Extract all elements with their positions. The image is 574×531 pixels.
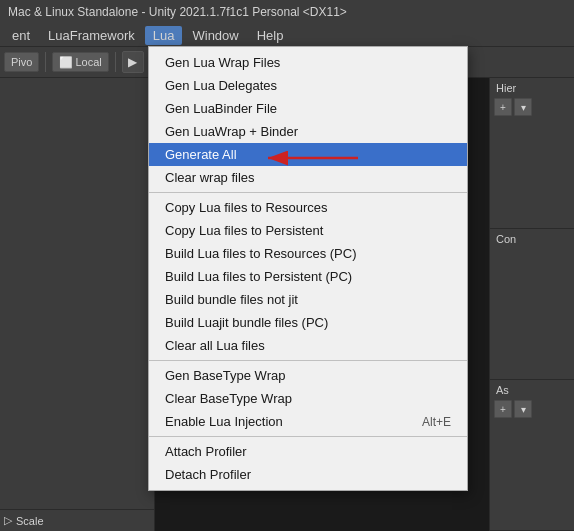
assets-controls: + ▾: [492, 398, 572, 420]
dropdown-item-17[interactable]: Detach Profiler: [149, 463, 467, 486]
dropdown-item-label-15: Enable Lua Injection: [165, 414, 283, 429]
dropdown-item-3[interactable]: Gen LuaWrap + Binder: [149, 120, 467, 143]
dropdown-item-label-4: Generate All: [165, 147, 237, 162]
dropdown-item-9[interactable]: Build Lua files to Persistent (PC): [149, 265, 467, 288]
scale-label: ▷: [4, 514, 12, 527]
lua-dropdown: Gen Lua Wrap FilesGen Lua DelegatesGen L…: [148, 46, 468, 491]
dropdown-item-label-3: Gen LuaWrap + Binder: [165, 124, 298, 139]
title-text: Mac & Linux Standalone - Unity 2021.1.7f…: [8, 5, 347, 19]
menu-item-luaframework[interactable]: LuaFramework: [40, 26, 143, 45]
pivot-label: Pivo: [11, 56, 32, 68]
scale-text: Scale: [16, 515, 44, 527]
dropdown-item-label-7: Copy Lua files to Persistent: [165, 223, 323, 238]
assets-label: As: [496, 384, 509, 396]
dropdown-item-label-0: Gen Lua Wrap Files: [165, 55, 280, 70]
dropdown-item-5[interactable]: Clear wrap files: [149, 166, 467, 189]
dropdown-item-1[interactable]: Gen Lua Delegates: [149, 74, 467, 97]
cube-icon: ⬜: [59, 56, 73, 69]
hierarchy-add-button[interactable]: +: [494, 98, 512, 116]
console-label: Con: [496, 233, 516, 245]
menu-item-window[interactable]: Window: [184, 26, 246, 45]
dropdown-item-label-14: Clear BaseType Wrap: [165, 391, 292, 406]
menu-item-lua[interactable]: Lua: [145, 26, 183, 45]
assets-menu-button[interactable]: ▾: [514, 400, 532, 418]
console-panel: Con: [490, 229, 574, 380]
play-icon: ▶: [128, 55, 137, 69]
scale-bar: ▷ Scale: [0, 509, 154, 531]
dropdown-item-6[interactable]: Copy Lua files to Resources: [149, 196, 467, 219]
dropdown-item-label-12: Clear all Lua files: [165, 338, 265, 353]
title-bar: Mac & Linux Standalone - Unity 2021.1.7f…: [0, 0, 574, 24]
left-panel: ▷ Scale: [0, 78, 155, 531]
dropdown-item-label-16: Attach Profiler: [165, 444, 247, 459]
hierarchy-panel: Hier + ▾: [490, 78, 574, 229]
dropdown-item-label-5: Clear wrap files: [165, 170, 255, 185]
dropdown-item-0[interactable]: Gen Lua Wrap Files: [149, 51, 467, 74]
hierarchy-menu-button[interactable]: ▾: [514, 98, 532, 116]
hierarchy-controls: + ▾: [492, 96, 572, 118]
play-button[interactable]: ▶: [122, 51, 144, 73]
local-button[interactable]: ⬜ Local: [52, 52, 108, 72]
dropdown-item-label-9: Build Lua files to Persistent (PC): [165, 269, 352, 284]
dropdown-item-13[interactable]: Gen BaseType Wrap: [149, 364, 467, 387]
dropdown-separator-5: [149, 192, 467, 193]
dropdown-separator-12: [149, 360, 467, 361]
dropdown-item-4[interactable]: Generate All: [149, 143, 467, 166]
assets-add-button[interactable]: +: [494, 400, 512, 418]
dropdown-menu: Gen Lua Wrap FilesGen Lua DelegatesGen L…: [148, 46, 468, 491]
console-header: Con: [492, 231, 572, 247]
dropdown-item-label-11: Build Luajit bundle files (PC): [165, 315, 328, 330]
dropdown-item-2[interactable]: Gen LuaBinder File: [149, 97, 467, 120]
dropdown-item-label-1: Gen Lua Delegates: [165, 78, 277, 93]
assets-header: As: [492, 382, 572, 398]
dropdown-item-label-6: Copy Lua files to Resources: [165, 200, 328, 215]
dropdown-item-shortcut-15: Alt+E: [422, 415, 451, 429]
local-label: Local: [75, 56, 101, 68]
toolbar-separator-1: [45, 52, 46, 72]
menu-bar: ent LuaFramework Lua Window Help: [0, 24, 574, 46]
dropdown-item-10[interactable]: Build bundle files not jit: [149, 288, 467, 311]
assets-panel: As + ▾: [490, 380, 574, 531]
dropdown-item-16[interactable]: Attach Profiler: [149, 440, 467, 463]
dropdown-item-11[interactable]: Build Luajit bundle files (PC): [149, 311, 467, 334]
dropdown-item-label-13: Gen BaseType Wrap: [165, 368, 285, 383]
dropdown-item-label-8: Build Lua files to Resources (PC): [165, 246, 356, 261]
pivot-button[interactable]: Pivo: [4, 52, 39, 72]
right-panel: Hier + ▾ Con As + ▾: [489, 78, 574, 531]
dropdown-item-label-2: Gen LuaBinder File: [165, 101, 277, 116]
dropdown-item-label-17: Detach Profiler: [165, 467, 251, 482]
dropdown-item-12[interactable]: Clear all Lua files: [149, 334, 467, 357]
dropdown-item-7[interactable]: Copy Lua files to Persistent: [149, 219, 467, 242]
menu-item-ent[interactable]: ent: [4, 26, 38, 45]
dropdown-item-15[interactable]: Enable Lua InjectionAlt+E: [149, 410, 467, 433]
menu-item-help[interactable]: Help: [249, 26, 292, 45]
dropdown-item-label-10: Build bundle files not jit: [165, 292, 298, 307]
toolbar-separator-2: [115, 52, 116, 72]
dropdown-item-14[interactable]: Clear BaseType Wrap: [149, 387, 467, 410]
hierarchy-label: Hier: [496, 82, 516, 94]
dropdown-item-8[interactable]: Build Lua files to Resources (PC): [149, 242, 467, 265]
dropdown-separator-15: [149, 436, 467, 437]
hierarchy-header: Hier: [492, 80, 572, 96]
